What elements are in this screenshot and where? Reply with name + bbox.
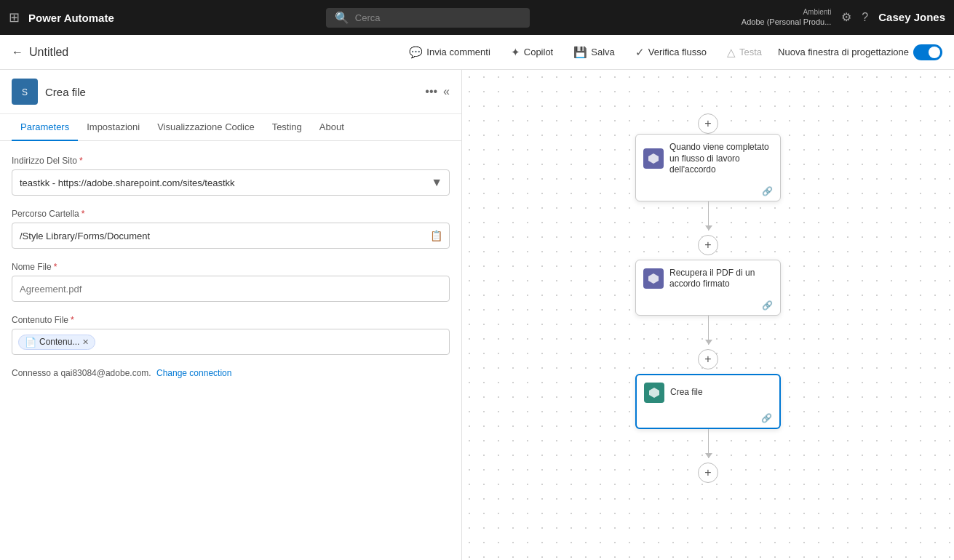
token-close-button[interactable]: ✕: [82, 337, 89, 347]
node-1-title: Quando viene completato un flusso di lav…: [669, 142, 773, 176]
left-panel: S Crea file ••• « Parameters Impostazion…: [0, 70, 462, 560]
connector-3: [708, 429, 709, 458]
app-grid-icon[interactable]: ⊞: [9, 9, 20, 25]
node-3-title: Crea file: [670, 387, 703, 399]
toggle-switch[interactable]: [913, 44, 942, 60]
tabs: Parameters Impostazioni Visualizzazione …: [0, 114, 461, 141]
search-icon: 🔍: [335, 11, 349, 25]
connection-label: Connesso a qai83084@adobe.com.: [12, 368, 151, 378]
settings-icon[interactable]: ⚙: [841, 10, 851, 24]
panel-collapse-button[interactable]: «: [443, 85, 450, 98]
flow-container: + Quando viene completato un flusso di l…: [635, 113, 781, 487]
flow-node-2[interactable]: Recupera il PDF di un accordo firmato 🔗: [635, 260, 781, 316]
panel-title: Crea file: [45, 86, 425, 98]
indirizzo-label: Indirizzo Del Sito *: [12, 156, 450, 166]
node-1-header: Quando viene completato un flusso di lav…: [636, 135, 780, 183]
main-layout: S Crea file ••• « Parameters Impostazion…: [0, 70, 954, 560]
page-title: Untitled: [29, 46, 399, 59]
percorso-icon: 📋: [430, 230, 442, 241]
tab-visualizzazione[interactable]: Visualizzazione Codice: [148, 114, 263, 141]
save-icon: 💾: [573, 46, 587, 59]
contenuto-token: 📄 Contenu... ✕: [18, 335, 95, 350]
search-bar[interactable]: 🔍: [326, 8, 530, 28]
environment-value: Adobe (Personal Produ...: [742, 17, 832, 27]
node-3-icon: [644, 383, 664, 403]
save-button[interactable]: 💾 Salva: [569, 43, 619, 62]
copilot-button[interactable]: ✦ Copilot: [506, 43, 557, 62]
add-button-top[interactable]: +: [698, 113, 718, 134]
nome-file-input[interactable]: [12, 276, 450, 302]
nome-file-field: Nome File *: [12, 262, 450, 302]
indirizzo-required: *: [79, 156, 83, 166]
percorso-required: *: [82, 209, 85, 219]
panel-icon: S: [12, 79, 38, 105]
new-window-label: Nuova finestra di progettazione: [778, 47, 909, 57]
connector-1: [708, 201, 709, 231]
node-1-link-icon: 🔗: [762, 186, 773, 196]
contenuto-label: Contenuto File *: [12, 315, 450, 325]
search-input[interactable]: [355, 12, 521, 23]
nome-file-required: *: [54, 262, 57, 272]
form-content: Indirizzo Del Sito * teastkk - https://a…: [0, 141, 461, 560]
save-label: Salva: [591, 47, 615, 57]
flow-node-3[interactable]: Crea file 🔗: [635, 374, 781, 429]
environment-selector[interactable]: Ambienti Adobe (Personal Produ...: [742, 7, 832, 27]
indirizzo-field: Indirizzo Del Sito * teastkk - https://a…: [12, 156, 450, 196]
contenuto-token-field[interactable]: 📄 Contenu... ✕: [12, 329, 450, 355]
verify-button[interactable]: ✓ Verifica flusso: [631, 43, 711, 62]
top-nav: ⊞ Power Automate 🔍 Ambienti Adobe (Perso…: [0, 0, 954, 35]
help-icon[interactable]: ?: [862, 11, 868, 24]
connector-2: [708, 316, 709, 345]
panel-actions: ••• «: [425, 85, 450, 98]
node-3-header: Crea file: [637, 375, 779, 410]
add-button-3[interactable]: +: [698, 463, 718, 483]
tab-testing[interactable]: Testing: [263, 114, 311, 141]
node-2-footer: 🔗: [636, 297, 780, 315]
node-2-link-icon: 🔗: [762, 300, 773, 311]
copilot-icon: ✦: [511, 46, 520, 59]
nav-right: Ambienti Adobe (Personal Produ... ⚙ ? Ca…: [742, 7, 945, 27]
tab-about[interactable]: About: [311, 114, 353, 141]
user-name: Casey Jones: [878, 11, 945, 23]
send-comment-icon: 💬: [409, 46, 423, 59]
copilot-label: Copilot: [524, 47, 553, 57]
indirizzo-select-wrapper: teastkk - https://adobe.sharepoint.com/s…: [12, 169, 450, 196]
right-canvas: + Quando viene completato un flusso di l…: [462, 70, 954, 560]
verify-icon: ✓: [635, 46, 645, 59]
flow-node-1[interactable]: Quando viene completato un flusso di lav…: [635, 134, 781, 201]
change-connection-link[interactable]: Change connection: [156, 368, 231, 378]
node-2-title: Recupera il PDF di un accordo firmato: [669, 268, 773, 290]
svg-text:S: S: [22, 87, 28, 97]
environment-label: Ambienti: [803, 7, 831, 17]
test-button[interactable]: △ Testa: [723, 43, 766, 62]
node-2-header: Recupera il PDF di un accordo firmato: [636, 260, 780, 297]
panel-header: S Crea file ••• «: [0, 70, 461, 114]
connection-info: Connesso a qai83084@adobe.com. Change co…: [12, 368, 450, 378]
app-name: Power Automate: [28, 12, 114, 24]
token-label: Contenu...: [39, 337, 79, 347]
add-button-1[interactable]: +: [698, 235, 718, 255]
tab-impostazioni[interactable]: Impostazioni: [78, 114, 148, 141]
indirizzo-select[interactable]: teastkk - https://adobe.sharepoint.com/s…: [12, 169, 450, 196]
send-comment-button[interactable]: 💬 Invia commenti: [405, 43, 494, 62]
token-pdf-icon: 📄: [25, 337, 36, 348]
test-label: Testa: [739, 47, 762, 57]
node-2-icon: [643, 268, 664, 289]
toolbar-actions: 💬 Invia commenti ✦ Copilot 💾 Salva ✓ Ver…: [405, 43, 942, 62]
node-3-footer: 🔗: [637, 410, 779, 428]
send-comment-label: Invia commenti: [426, 47, 490, 57]
percorso-input[interactable]: [12, 223, 450, 249]
percorso-input-wrapper: 📋: [12, 223, 450, 249]
test-icon: △: [727, 46, 736, 59]
add-button-2[interactable]: +: [698, 349, 718, 369]
panel-more-button[interactable]: •••: [425, 85, 437, 98]
node-1-icon: [643, 148, 664, 169]
percorso-field: Percorso Cartella * 📋: [12, 209, 450, 249]
back-button[interactable]: ←: [12, 46, 23, 59]
verify-label: Verifica flusso: [648, 47, 707, 57]
new-window-button[interactable]: Nuova finestra di progettazione: [778, 44, 942, 60]
tab-parameters[interactable]: Parameters: [12, 114, 78, 141]
contenuto-field: Contenuto File * 📄 Contenu... ✕: [12, 315, 450, 355]
contenuto-required: *: [71, 315, 74, 325]
node-3-link-icon: 🔗: [761, 413, 772, 423]
